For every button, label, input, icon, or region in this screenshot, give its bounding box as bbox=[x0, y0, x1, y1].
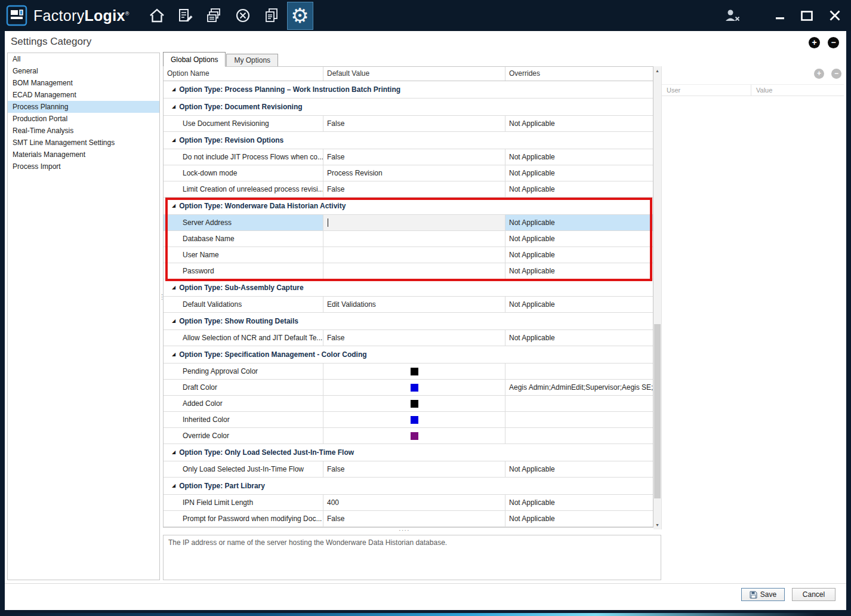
option-group-header[interactable]: ◢Option Type: Specification Management -… bbox=[164, 346, 653, 364]
production-target-icon[interactable] bbox=[230, 2, 256, 30]
option-group-header[interactable]: ◢Option Type: Document Revisioning bbox=[164, 98, 653, 116]
tab-global-options[interactable]: Global Options bbox=[163, 52, 226, 66]
option-row-do-not-include-jit-process-flows-when-co[interactable]: Do not include JIT Process Flows when co… bbox=[164, 149, 653, 165]
group-expander-icon[interactable]: ◢ bbox=[172, 352, 175, 357]
save-button[interactable]: Save bbox=[741, 588, 785, 601]
option-overrides-cell[interactable]: Not Applicable bbox=[505, 116, 653, 131]
option-value-cell[interactable]: Process Revision bbox=[323, 165, 505, 181]
sidebar-item-smt-line-management-settings[interactable]: SMT Line Management Settings bbox=[8, 137, 159, 149]
option-name-cell[interactable]: Lock-down mode bbox=[164, 165, 323, 181]
work-instructions-icon[interactable] bbox=[172, 2, 199, 30]
option-overrides-cell[interactable]: Aegis Admin;AdminEdit;Supervisor;Aegis S… bbox=[505, 380, 653, 395]
sidebar-item-general[interactable]: General bbox=[8, 65, 159, 77]
option-overrides-cell[interactable]: Not Applicable bbox=[505, 263, 653, 279]
group-expander-icon[interactable]: ◢ bbox=[172, 483, 175, 488]
color-swatch[interactable] bbox=[411, 400, 418, 408]
group-expander-icon[interactable]: ◢ bbox=[172, 87, 175, 92]
option-row-limit-creation-of-unreleased-process-revisi[interactable]: Limit Creation of unreleased process rev… bbox=[164, 181, 653, 198]
color-swatch[interactable] bbox=[411, 368, 418, 375]
sidebar-item-materials-management[interactable]: Materials Management bbox=[8, 149, 159, 161]
add-button[interactable]: + bbox=[809, 37, 820, 48]
option-row-allow-selection-of-ncr-and-jit-default-te[interactable]: Allow Selection of NCR and JIT Default T… bbox=[164, 330, 653, 346]
option-overrides-cell[interactable]: Not Applicable bbox=[505, 215, 653, 230]
vertical-scrollbar[interactable]: ▲ ▼ bbox=[653, 66, 661, 529]
option-row-lock-down-mode[interactable]: Lock-down modeProcess RevisionNot Applic… bbox=[164, 165, 653, 181]
option-name-cell[interactable]: Prompt for Password when modifying Doc..… bbox=[164, 511, 323, 526]
option-overrides-cell[interactable] bbox=[505, 412, 653, 427]
group-expander-icon[interactable]: ◢ bbox=[172, 450, 175, 455]
option-name-cell[interactable]: Limit Creation of unreleased process rev… bbox=[164, 181, 323, 197]
home-icon[interactable] bbox=[144, 2, 170, 30]
option-group-header[interactable]: ◢Option Type: Revision Options bbox=[164, 132, 653, 149]
option-row-database-name[interactable]: Database NameNot Applicable bbox=[164, 231, 653, 247]
option-name-cell[interactable]: Inherited Color bbox=[164, 412, 323, 427]
color-swatch[interactable] bbox=[411, 432, 418, 440]
option-group-header[interactable]: ◢Option Type: Part Library bbox=[164, 478, 653, 495]
option-name-cell[interactable]: Override Color bbox=[164, 428, 323, 443]
option-overrides-cell[interactable]: Not Applicable bbox=[505, 495, 653, 510]
option-overrides-cell[interactable]: Not Applicable bbox=[505, 231, 653, 247]
option-name-cell[interactable]: Added Color bbox=[164, 396, 323, 411]
scrollbar-thumb[interactable] bbox=[654, 324, 661, 498]
option-value-cell[interactable] bbox=[323, 412, 505, 427]
option-row-added-color[interactable]: Added Color bbox=[164, 396, 653, 412]
group-expander-icon[interactable]: ◢ bbox=[172, 104, 175, 109]
scroll-up-icon[interactable]: ▲ bbox=[653, 66, 661, 75]
column-header-default-value[interactable]: Default Value bbox=[323, 67, 505, 81]
option-value-cell[interactable]: 400 bbox=[323, 495, 505, 510]
option-row-only-load-selected-just-in-time-flow[interactable]: Only Load Selected Just-In-Time FlowFals… bbox=[164, 461, 653, 478]
option-overrides-cell[interactable]: Not Applicable bbox=[505, 181, 653, 197]
option-row-default-validations[interactable]: Default ValidationsEdit ValidationsNot A… bbox=[164, 297, 653, 313]
group-expander-icon[interactable]: ◢ bbox=[172, 138, 175, 143]
option-row-prompt-for-password-when-modifying-doc[interactable]: Prompt for Password when modifying Doc..… bbox=[164, 511, 653, 527]
option-row-user-name[interactable]: User NameNot Applicable bbox=[164, 247, 653, 263]
sidebar-item-process-import[interactable]: Process Import bbox=[8, 161, 159, 173]
option-row-pending-approval-color[interactable]: Pending Approval Color bbox=[164, 364, 653, 380]
option-group-header[interactable]: ◢Option Type: Wonderware Data Historian … bbox=[164, 198, 653, 215]
option-overrides-cell[interactable]: Not Applicable bbox=[505, 247, 653, 263]
cancel-button[interactable]: Cancel bbox=[792, 588, 835, 601]
option-row-use-document-revisioning[interactable]: Use Document RevisioningFalseNot Applica… bbox=[164, 116, 653, 132]
option-name-cell[interactable]: User Name bbox=[164, 247, 323, 263]
option-overrides-cell[interactable]: Not Applicable bbox=[505, 330, 653, 346]
option-group-header[interactable]: ◢Option Type: Process Planning – Work In… bbox=[164, 81, 653, 98]
option-row-draft-color[interactable]: Draft ColorAegis Admin;AdminEdit;Supervi… bbox=[164, 380, 653, 396]
sidebar-item-bom-management[interactable]: BOM Management bbox=[8, 77, 159, 89]
option-overrides-cell[interactable] bbox=[505, 364, 653, 379]
group-expander-icon[interactable]: ◢ bbox=[172, 204, 175, 208]
option-value-cell[interactable]: False bbox=[323, 330, 505, 346]
close-button[interactable] bbox=[828, 9, 841, 22]
option-value-cell[interactable]: Edit Validations bbox=[323, 297, 505, 312]
option-value-cell[interactable] bbox=[323, 396, 505, 411]
horizontal-splitter-handle[interactable]: ···· bbox=[399, 529, 410, 531]
option-name-cell[interactable]: Default Validations bbox=[164, 297, 323, 312]
option-overrides-cell[interactable]: Not Applicable bbox=[505, 297, 653, 312]
option-name-cell[interactable]: Only Load Selected Just-In-Time Flow bbox=[164, 461, 323, 477]
option-value-cell[interactable] bbox=[323, 215, 505, 230]
option-name-cell[interactable]: Password bbox=[164, 263, 323, 279]
option-overrides-cell[interactable]: Not Applicable bbox=[505, 149, 653, 165]
scroll-down-icon[interactable]: ▼ bbox=[653, 520, 661, 529]
option-name-cell[interactable]: Use Document Revisioning bbox=[164, 116, 323, 131]
document-copy-icon[interactable] bbox=[258, 2, 285, 30]
option-overrides-cell[interactable] bbox=[505, 396, 653, 411]
sidebar-item-real-time-analysis[interactable]: Real-Time Analysis bbox=[8, 125, 159, 137]
option-name-cell[interactable]: Do not include JIT Process Flows when co… bbox=[164, 149, 323, 165]
sidebar-item-process-planning[interactable]: Process Planning bbox=[8, 101, 159, 113]
remove-button[interactable]: − bbox=[828, 37, 839, 48]
option-overrides-cell[interactable]: Not Applicable bbox=[505, 165, 653, 181]
option-value-cell[interactable] bbox=[323, 380, 505, 395]
color-swatch[interactable] bbox=[411, 384, 418, 392]
group-expander-icon[interactable]: ◢ bbox=[172, 319, 175, 324]
tab-my-options[interactable]: My Options bbox=[226, 54, 278, 66]
option-value-cell[interactable] bbox=[323, 247, 505, 263]
option-group-header[interactable]: ◢Option Type: Only Load Selected Just-In… bbox=[164, 444, 653, 461]
option-name-cell[interactable]: Draft Color bbox=[164, 380, 323, 395]
sidebar-item-production-portal[interactable]: Production Portal bbox=[8, 113, 159, 125]
option-value-cell[interactable] bbox=[323, 364, 505, 379]
option-overrides-cell[interactable] bbox=[505, 428, 653, 443]
option-value-cell[interactable] bbox=[323, 428, 505, 443]
option-row-override-color[interactable]: Override Color bbox=[164, 428, 653, 444]
maximize-button[interactable] bbox=[801, 11, 813, 21]
option-group-header[interactable]: ◢Option Type: Sub-Assembly Capture bbox=[164, 279, 653, 297]
